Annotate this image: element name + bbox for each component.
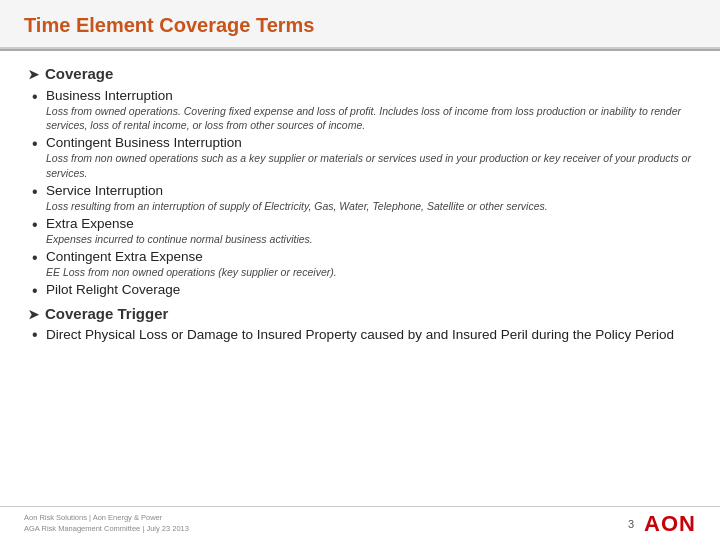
footer-right: 3 AON	[628, 511, 696, 537]
item-desc-cbi: Loss from non owned operations such as a…	[46, 151, 692, 179]
page-number: 3	[628, 518, 634, 530]
item-title-si: Service Interruption	[46, 183, 692, 198]
section-coverage-label: Coverage	[45, 65, 113, 82]
trigger-list: Direct Physical Loss or Damage to Insure…	[28, 326, 692, 345]
item-desc-si: Loss resulting from an interruption of s…	[46, 199, 692, 213]
slide-title: Time Element Coverage Terms	[24, 14, 696, 37]
arrow-icon-2: ➤	[28, 307, 39, 322]
section-coverage-heading: ➤ Coverage	[28, 65, 692, 82]
list-item: Extra Expense Expenses incurred to conti…	[46, 216, 692, 246]
footer-line1: Aon Risk Solutions | Aon Energy & Power	[24, 513, 189, 524]
slide-footer: Aon Risk Solutions | Aon Energy & Power …	[0, 506, 720, 540]
list-item: Contingent Extra Expense EE Loss from no…	[46, 249, 692, 279]
section-trigger-label: Coverage Trigger	[45, 305, 168, 322]
item-title-cee: Contingent Extra Expense	[46, 249, 692, 264]
list-item: Direct Physical Loss or Damage to Insure…	[46, 326, 692, 345]
slide-content: ➤ Coverage Business Interruption Loss fr…	[0, 51, 720, 358]
slide-header: Time Element Coverage Terms	[0, 0, 720, 49]
aon-logo-text: AON	[644, 511, 696, 537]
footer-line2: AGA Risk Management Committee | July 23 …	[24, 524, 189, 535]
item-title-trigger: Direct Physical Loss or Damage to Insure…	[46, 326, 692, 345]
item-desc-bi: Loss from owned operations. Covering fix…	[46, 104, 692, 132]
coverage-list: Business Interruption Loss from owned op…	[28, 88, 692, 297]
item-title-pilot: Pilot Relight Coverage	[46, 282, 692, 297]
item-title-bi: Business Interruption	[46, 88, 692, 103]
list-item: Pilot Relight Coverage	[46, 282, 692, 297]
arrow-icon-1: ➤	[28, 67, 39, 82]
item-title-cbi: Contingent Business Interruption	[46, 135, 692, 150]
aon-logo: AON	[644, 511, 696, 537]
list-item: Service Interruption Loss resulting from…	[46, 183, 692, 213]
section-trigger-heading: ➤ Coverage Trigger	[28, 305, 692, 322]
item-desc-cee: EE Loss from non owned operations (key s…	[46, 265, 692, 279]
item-title-ee: Extra Expense	[46, 216, 692, 231]
list-item: Business Interruption Loss from owned op…	[46, 88, 692, 132]
item-desc-ee: Expenses incurred to continue normal bus…	[46, 232, 692, 246]
footer-text: Aon Risk Solutions | Aon Energy & Power …	[24, 513, 189, 534]
list-item: Contingent Business Interruption Loss fr…	[46, 135, 692, 179]
slide: Time Element Coverage Terms ➤ Coverage B…	[0, 0, 720, 540]
